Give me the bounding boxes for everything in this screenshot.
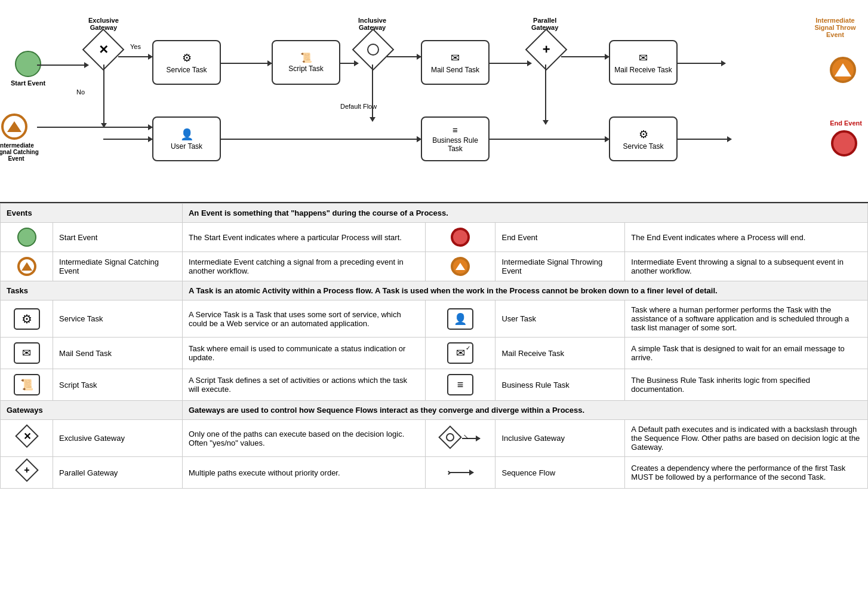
- incl-gw-with-arrow: \: [441, 429, 480, 448]
- end-event-desc: The End Event indicates where a Process …: [625, 223, 868, 252]
- service-task-1-label: Service Task: [167, 66, 207, 74]
- end-event-circle: [451, 228, 470, 247]
- intermediate-throw-label: IntermediateSignal ThrowEvent: [808, 17, 862, 38]
- diagram-area: Start Event Exclusive Gateway ✕ Yes No ⚙…: [0, 0, 868, 203]
- legend-table: Events An Event is something that "happe…: [0, 203, 868, 489]
- inclusive-gw-node: [358, 35, 388, 65]
- par-gw-shape: +: [15, 458, 39, 482]
- start-event-tbl-icon: [7, 228, 47, 247]
- mail-send-icon-cell: ✉: [1, 338, 53, 369]
- user-task-tbl-desc: Task where a human performer performs th…: [625, 300, 868, 338]
- biz-rule-tbl-name: Business Rule Task: [495, 369, 625, 401]
- service-task-2-node: ⚙ Service Task: [609, 116, 678, 161]
- business-rule-label: Business Rule Task: [424, 136, 486, 153]
- events-row-2: Intermediate Signal Catching Event Inter…: [1, 252, 868, 281]
- catch-triangle-icon: [21, 262, 32, 271]
- mail-rcv-box: ✓ ✉: [447, 342, 473, 364]
- arrow-start-to-gw: [37, 65, 88, 66]
- script-task-tbl-desc: A Script Task defines a set of activitie…: [182, 369, 425, 401]
- yes-label: Yes: [130, 43, 141, 50]
- throw-triangle-icon: [455, 263, 465, 270]
- incl-gw-tbl-icon: \: [432, 429, 490, 448]
- gw-row-1: ✕ Exclusive Gateway Only one of the path…: [1, 420, 868, 457]
- end-event-icon-cell: [425, 223, 495, 252]
- gateways-desc: Gateways are used to control how Sequenc…: [182, 401, 867, 420]
- start-event-name: Start Event: [53, 223, 183, 252]
- tasks-section-header: Tasks A Task is an atomic Activity withi…: [1, 281, 868, 300]
- end-event-tbl-icon: [432, 228, 490, 247]
- svc-task-icon-cell: ⚙: [1, 300, 53, 338]
- incl-gw-tbl-desc: A Default path executes and is indicated…: [625, 420, 868, 457]
- mail-send-tbl-name: Mail Send Task: [53, 338, 183, 369]
- mail-rcv-tbl-desc: A simple Task that is designed to wait f…: [625, 338, 868, 369]
- mail-rcv-tbl-name: Mail Receive Task: [495, 338, 625, 369]
- arrow-pgw-to-svc2: [545, 139, 609, 140]
- arrow-svc2-to-end: [678, 139, 731, 140]
- start-event-node: Start Event: [11, 51, 45, 87]
- excl-gw-icon-cell: ✕: [1, 420, 53, 457]
- script-task-label: Script Task: [288, 65, 323, 73]
- user-task-tbl-icon: 👤: [432, 308, 490, 330]
- script-task-icon-cell: 📜: [1, 369, 53, 401]
- intermediate-catch-label: IntermediateSignal CatchingEvent: [0, 142, 43, 162]
- biz-rule-tbl-icon: ≡: [432, 374, 490, 395]
- mail-rcv-icon-cell: ✓ ✉: [425, 338, 495, 369]
- no-label: No: [76, 88, 85, 96]
- end-event-name: End Event: [495, 223, 625, 252]
- end-event-label-right: End Event: [830, 119, 862, 127]
- user-task-icon-cell: 👤: [425, 300, 495, 338]
- intermediate-throw-node: [830, 57, 856, 83]
- arrow-incgw-to-biz: [372, 139, 421, 140]
- arrow-svc1-to-script: [221, 63, 272, 64]
- svc-task-desc: A Service Task is a Task that uses some …: [182, 300, 425, 338]
- arrow-pgw-down: [545, 65, 546, 124]
- arrow-mailrcv-to-throw: [678, 63, 725, 64]
- user-task-box: 👤: [447, 308, 473, 330]
- script-task-box: 📜: [14, 374, 40, 395]
- throw-event-name: Intermediate Signal Throwing Event: [495, 252, 625, 281]
- events-section-header: Events An Event is something that "happe…: [1, 204, 868, 223]
- business-rule-node: ≡ Business Rule Task: [421, 116, 490, 161]
- tasks-row-3: 📜 Script Task A Script Task defines a se…: [1, 369, 868, 401]
- mail-send-node: ✉ Mail Send Task: [421, 40, 490, 85]
- excl-gw-tbl-icon: ✕: [7, 428, 47, 449]
- script-tbl-icon: 📜: [7, 374, 47, 395]
- catch-event-desc: Intermediate Event catching a signal fro…: [182, 252, 425, 281]
- biz-rule-box: ≡: [447, 374, 473, 395]
- incl-gw-circle: [446, 433, 454, 441]
- arrow-incgw-down: [372, 65, 373, 121]
- biz-rule-tbl-desc: The Business Rule Task inherits logic fr…: [625, 369, 868, 401]
- seq-flow-tbl-name: Sequence Flow: [495, 457, 625, 489]
- seq-arrowhead: [469, 470, 474, 476]
- gateways-section-header: Gateways Gateways are used to control ho…: [1, 401, 868, 420]
- par-gw-tbl-name: Parallel Gateway: [53, 457, 183, 489]
- tasks-label: Tasks: [7, 286, 28, 295]
- excl-gw-tbl-desc: Only one of the paths can execute based …: [182, 420, 425, 457]
- incl-gw-icon-cell: \: [425, 420, 495, 457]
- arrow-gw-to-svc1: [118, 56, 152, 57]
- mail-send-tbl-desc: Task where email is used to communicate …: [182, 338, 425, 369]
- mail-receive-label: Mail Receive Task: [614, 66, 672, 74]
- events-label: Events: [7, 208, 32, 217]
- mail-send-label: Mail Send Task: [431, 66, 479, 74]
- tasks-row-2: ✉ Mail Send Task Task where email is use…: [1, 338, 868, 369]
- user-task-tbl-name: User Task: [495, 300, 625, 338]
- service-task-1-node: ⚙ Service Task: [152, 40, 221, 85]
- throw-icon-cell: [425, 252, 495, 281]
- seq-line: [450, 472, 473, 473]
- seq-flow-tbl-icon: [432, 471, 490, 474]
- mail-send-tbl-icon: ✉: [7, 342, 47, 364]
- arrow-mailsend-to-pgw: [490, 63, 531, 64]
- start-event-circle: [17, 228, 36, 247]
- seq-flow-tbl-desc: Creates a dependency where the performan…: [625, 457, 868, 489]
- exclusive-gw-node: ✕: [88, 35, 118, 65]
- gateways-label: Gateways: [7, 406, 43, 415]
- par-gw-diamond: +: [16, 462, 38, 483]
- incl-gw-tbl-name: Inclusive Gateway: [495, 420, 625, 457]
- arrow-gw-to-usertask: [103, 139, 152, 140]
- svc-task-tbl-icon: ⚙: [7, 308, 47, 330]
- svc-task-box: ⚙: [14, 308, 40, 330]
- excl-gw-tbl-name: Exclusive Gateway: [53, 420, 183, 457]
- catch-event-name: Intermediate Signal Catching Event: [53, 252, 183, 281]
- catch-circle: [17, 257, 36, 276]
